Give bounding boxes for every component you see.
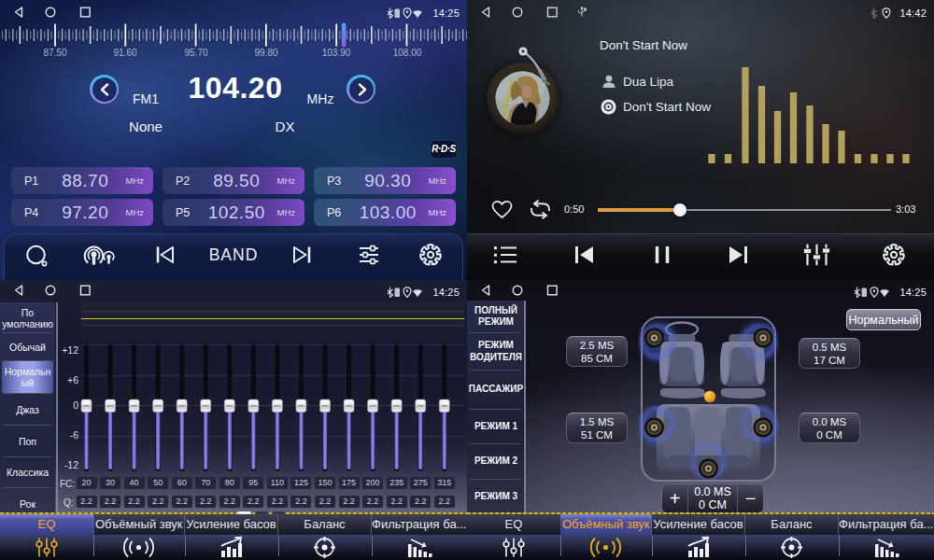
svg-text:BAND: BAND (209, 245, 259, 264)
